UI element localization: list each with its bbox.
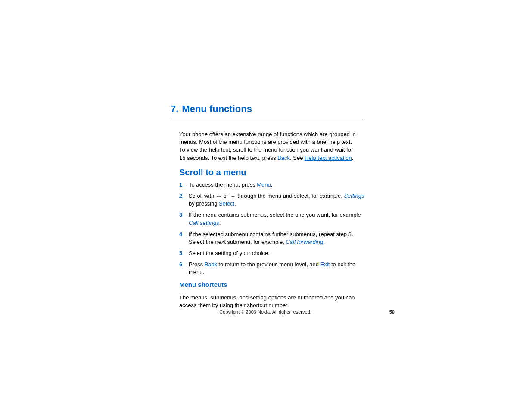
step-item: 1To access the menu, press Menu. (179, 181, 364, 189)
chapter-title: 7.Menu functions (171, 103, 362, 118)
page-number: 50 (389, 309, 395, 314)
menu-item-name: Call settings (189, 220, 219, 226)
chapter-number: 7. (171, 103, 178, 114)
chapter-title-text: Menu functions (182, 103, 252, 114)
step-text: If the menu contains submenus, select th… (189, 211, 364, 227)
step-text: To access the menu, press Menu. (189, 181, 364, 189)
key-label: Menu (257, 181, 271, 188)
intro-text-3: . (352, 155, 354, 161)
step-number: 4 (179, 230, 189, 246)
menu-item-name: Settings (344, 193, 364, 199)
key-label: Back (205, 261, 217, 268)
page-footer: Copyright © 2003 Nokia. All rights reser… (171, 309, 395, 314)
section-scroll-title: Scroll to a menu (179, 168, 386, 177)
key-label: Select (219, 200, 234, 207)
key-label: Exit (320, 261, 330, 268)
steps-list: 1To access the menu, press Menu.2Scroll … (179, 181, 386, 277)
step-number: 6 (179, 261, 189, 276)
intro-text-2: . See (290, 155, 305, 161)
step-item: 3If the menu contains submenus, select t… (179, 211, 364, 227)
section-shortcuts-title: Menu shortcuts (179, 281, 386, 288)
arrow-down-icon (230, 195, 236, 198)
back-key-label: Back (277, 155, 290, 161)
step-text: Press Back to return to the previous men… (189, 261, 364, 276)
step-item: 6Press Back to return to the previous me… (179, 261, 364, 276)
step-item: 4If the selected submenu contains furthe… (179, 230, 364, 246)
step-item: 2Scroll with or through the menu and sel… (179, 192, 364, 208)
step-number: 1 (179, 181, 189, 189)
step-number: 2 (179, 192, 189, 208)
document-page: 7.Menu functions Your phone offers an ex… (171, 103, 386, 315)
step-text: If the selected submenu contains further… (189, 230, 364, 246)
step-text: Scroll with or through the menu and sele… (189, 192, 364, 208)
step-number: 5 (179, 249, 189, 257)
intro-paragraph: Your phone offers an extensive range of … (179, 131, 359, 162)
help-text-activation-link[interactable]: Help text activation (305, 155, 352, 161)
step-text: Select the setting of your choice. (189, 249, 364, 257)
copyright-text: Copyright © 2003 Nokia. All rights reser… (171, 309, 360, 314)
shortcuts-paragraph: The menus, submenus, and setting options… (179, 294, 359, 309)
step-number: 3 (179, 211, 189, 227)
step-item: 5Select the setting of your choice. (179, 249, 364, 257)
arrow-up-icon (216, 195, 222, 198)
menu-item-name: Call forwarding (286, 239, 323, 245)
